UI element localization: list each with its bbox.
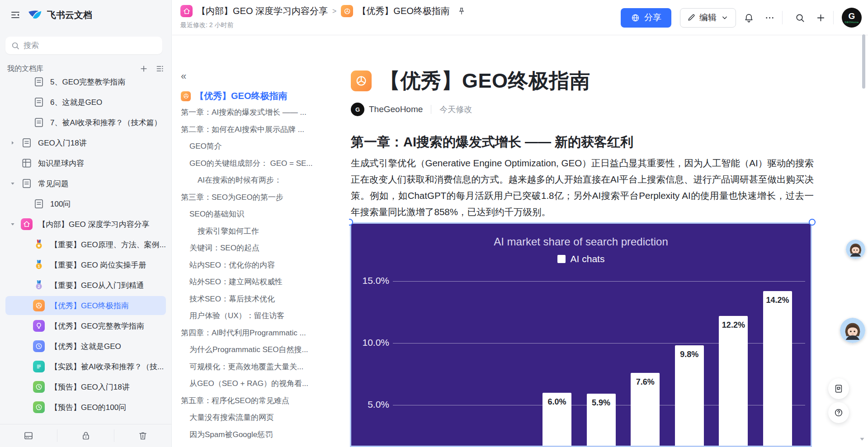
add-doc-icon[interactable] bbox=[139, 64, 148, 73]
collaborator-avatar[interactable] bbox=[846, 240, 865, 259]
outline-item[interactable]: GEO简介 bbox=[172, 138, 349, 155]
chart-bar-label: 9.8% bbox=[675, 350, 704, 359]
chapter-heading: 第一章：AI搜索的爆发式增长 —— 新的获客红利 bbox=[351, 133, 633, 151]
outline-item[interactable]: 搜索引擎如何工作 bbox=[172, 223, 349, 240]
sidebar-item[interactable]: 100问 bbox=[5, 194, 166, 213]
more-button[interactable] bbox=[761, 9, 778, 26]
share-button[interactable]: 分享 bbox=[621, 8, 671, 28]
sidebar-item-label: 7、被AI收录和推荐？（技术篇） bbox=[50, 118, 162, 128]
search-input[interactable] bbox=[24, 41, 157, 50]
sidebar-item[interactable]: 2【重要】GEO从入门到精通 bbox=[5, 276, 166, 295]
outline-item[interactable]: 第四章：AI时代利用Programmatic ... bbox=[172, 325, 349, 342]
sidebar-item[interactable]: 知识星球内容 bbox=[5, 154, 166, 173]
notifications-button[interactable] bbox=[741, 9, 757, 26]
outline-item[interactable]: 可规模化：更高效地覆盖大量关... bbox=[172, 358, 349, 376]
outline-item[interactable]: 为什么Programmatic SEO自然搜... bbox=[172, 341, 349, 358]
chart-block[interactable]: AI market share of search prediction AI … bbox=[350, 222, 812, 447]
outline-item[interactable]: 站内SEO：优化你的内容 bbox=[172, 257, 349, 274]
sidebar-item[interactable]: 【预告】GEO入门18讲 bbox=[5, 377, 166, 396]
outline-item[interactable]: GEO的关键组成部分： GEO = SE... bbox=[172, 155, 349, 172]
trash-button[interactable] bbox=[114, 429, 171, 442]
user-avatar[interactable]: G GEOHome bbox=[842, 8, 862, 28]
clock-green-icon bbox=[33, 381, 45, 393]
sidebar-item[interactable]: 1【重要】GEO 岗位实操手册 bbox=[5, 255, 166, 274]
outline-item[interactable]: 大量没有搜索流量的网页 bbox=[172, 409, 349, 426]
global-search-button[interactable] bbox=[792, 9, 808, 26]
selection-handle-top-right[interactable] bbox=[809, 219, 816, 226]
sidebar-item[interactable]: GEO入门18讲 bbox=[5, 133, 166, 152]
outline-item[interactable]: 因为Spam被Google惩罚 bbox=[172, 426, 349, 443]
outline-item[interactable]: 站外SEO：建立网站权威性 bbox=[172, 273, 349, 291]
plus-icon bbox=[816, 13, 826, 23]
create-new-button[interactable] bbox=[812, 9, 829, 26]
sidebar-item[interactable]: 【预告】GEO的100问 bbox=[5, 398, 166, 417]
sidebar-item[interactable]: 常见问题 bbox=[5, 174, 166, 193]
trash-icon bbox=[137, 430, 148, 441]
lock-icon bbox=[80, 430, 91, 441]
scroll-to-bottom-icon[interactable] bbox=[858, 435, 866, 443]
sidebar-item[interactable]: 5、GEO完整教学指南 bbox=[5, 72, 166, 91]
collaborator-avatar-large[interactable] bbox=[840, 318, 865, 343]
pencil-icon bbox=[687, 13, 696, 22]
doc-icon bbox=[33, 96, 45, 108]
scrollbar-thumb[interactable] bbox=[862, 34, 865, 89]
outline-item[interactable]: 第一章：AI搜索的爆发式增长 —— ... bbox=[172, 104, 349, 121]
breadcrumb-current[interactable]: 【优秀】GEO终极指南 bbox=[357, 5, 449, 17]
outline-item[interactable]: SEO的基础知识 bbox=[172, 206, 349, 223]
globe-icon bbox=[631, 13, 640, 23]
secure-workspace-button[interactable] bbox=[57, 429, 114, 442]
outline-item[interactable]: 用户体验（UX）：留住访客 bbox=[172, 307, 349, 325]
sidebar-item[interactable]: 6、这就是GEO bbox=[5, 93, 166, 112]
sort-list-icon[interactable] bbox=[156, 64, 165, 73]
breadcrumb-parent[interactable]: 【内部】GEO 深度学习内容分享 bbox=[197, 5, 328, 17]
search-box[interactable] bbox=[5, 37, 162, 54]
edit-button[interactable]: 编辑 bbox=[680, 8, 736, 28]
doc-icon bbox=[21, 137, 33, 149]
sidebar-item-label: 【实践】被AI收录和推荐？（技... bbox=[50, 362, 164, 372]
outline-title-row[interactable]: 【优秀】GEO终极指南 bbox=[181, 90, 287, 102]
sidebar-item[interactable]: 【重要】GEO原理、方法、案例... bbox=[5, 235, 166, 254]
sidebar-item[interactable]: 7、被AI收录和推荐？（技术篇） bbox=[5, 113, 166, 132]
outline-item[interactable]: 第三章：SEO为GEO的第一步 bbox=[172, 189, 349, 206]
sidebar-item[interactable]: 【优秀】这就是GEO bbox=[5, 337, 166, 356]
collapse-sidebar-icon[interactable] bbox=[10, 9, 21, 20]
outline-item[interactable]: 从GEO（SEO + RAG）的视角看... bbox=[172, 375, 349, 392]
author-name[interactable]: TheGeoHome bbox=[369, 104, 423, 114]
outline-item[interactable]: 关键词：SEO的起点 bbox=[172, 240, 349, 257]
sidebar-item[interactable]: 【优秀】GEO完整教学指南 bbox=[5, 316, 166, 335]
outline-item[interactable]: 技术SEO：幕后技术优化 bbox=[172, 291, 349, 308]
sidebar: 飞书云文档 我的文档库 5、GEO完整教学指南6、这就是GEO7、被AI收录和推… bbox=[0, 0, 172, 447]
chevron-right-icon[interactable] bbox=[9, 139, 16, 146]
help-button[interactable] bbox=[828, 402, 849, 423]
legend-swatch bbox=[557, 255, 566, 263]
collapse-outline-icon[interactable]: « bbox=[181, 71, 192, 82]
offline-storage-button[interactable] bbox=[0, 429, 57, 442]
sidebar-item-label: 【预告】GEO的100问 bbox=[50, 402, 126, 413]
sidebar-item[interactable]: 【内部】GEO 深度学习内容分享 bbox=[5, 215, 166, 234]
chevron-down-icon[interactable] bbox=[9, 180, 16, 187]
list-teal-icon bbox=[33, 361, 45, 372]
bell-icon bbox=[744, 13, 754, 23]
outline-title: 【优秀】GEO终极指南 bbox=[195, 90, 287, 102]
outline-item[interactable]: 第二章：如何在AI搜索中展示品牌 ... bbox=[172, 121, 349, 138]
author-avatar[interactable]: G bbox=[351, 103, 364, 116]
breadcrumb-separator: > bbox=[332, 7, 336, 15]
sidebar-item[interactable]: 【优秀】GEO终极指南 bbox=[5, 296, 166, 315]
ellipsis-icon bbox=[764, 13, 775, 23]
outline-item[interactable]: 第五章：程序化SEO的常见难点 bbox=[172, 392, 349, 409]
chart-ytick-label: 5.0% bbox=[351, 399, 389, 410]
topbar-actions: 分享 编辑 G GEOHome bbox=[621, 0, 862, 35]
chevron-down-icon[interactable] bbox=[9, 221, 16, 228]
doc-icon bbox=[21, 178, 33, 189]
comments-button[interactable] bbox=[828, 378, 849, 399]
clock-blue-icon bbox=[33, 340, 45, 352]
sidebar-item-label: 100问 bbox=[50, 199, 71, 209]
chart-bar bbox=[763, 291, 792, 447]
outline-item[interactable]: AI在搜索的时候有两步： bbox=[172, 172, 349, 189]
chevron-down-icon bbox=[720, 13, 729, 22]
sidebar-item-label: 6、这就是GEO bbox=[50, 97, 102, 108]
drive-icon bbox=[23, 430, 34, 441]
pin-icon[interactable] bbox=[457, 7, 466, 16]
last-modified: 最近修改: 2 小时前 bbox=[180, 21, 233, 29]
sidebar-item[interactable]: 【实践】被AI收录和推荐？（技... bbox=[5, 357, 166, 376]
